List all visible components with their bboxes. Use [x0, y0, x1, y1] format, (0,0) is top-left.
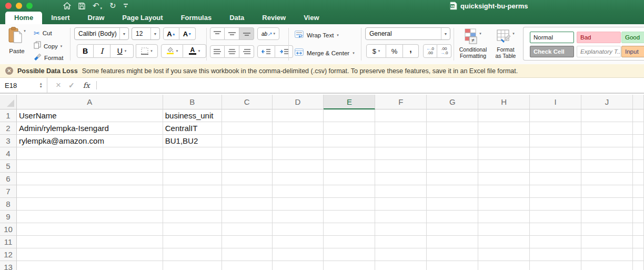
cell-F2[interactable] — [375, 122, 427, 135]
tab-home[interactable]: Home — [5, 12, 42, 24]
cell-A5[interactable] — [17, 160, 163, 173]
cell-I12[interactable] — [530, 248, 581, 261]
cell-J10[interactable] — [581, 223, 633, 236]
cell-J2[interactable] — [581, 122, 633, 135]
row-header-13[interactable]: 13 — [0, 261, 17, 270]
cell-H7[interactable] — [478, 185, 530, 198]
cell-H4[interactable] — [478, 147, 530, 160]
cell-K10[interactable] — [633, 223, 644, 236]
column-header-f[interactable]: F — [375, 95, 427, 109]
cell-B11[interactable] — [163, 236, 222, 248]
font-color-button[interactable]: A ▾ — [183, 44, 206, 58]
column-header-a[interactable]: A — [17, 95, 163, 109]
conditional-formatting-dropdown-arrow[interactable]: ▾ — [479, 32, 481, 36]
cell-I8[interactable] — [530, 198, 581, 211]
cell-I1[interactable] — [530, 109, 581, 122]
undo-button[interactable]: ↶ ▾ — [93, 0, 102, 12]
zoom-window-button[interactable] — [26, 3, 33, 9]
save-icon[interactable] — [78, 3, 85, 9]
row-header-8[interactable]: 8 — [0, 198, 17, 211]
tab-page-layout[interactable]: Page Layout — [113, 12, 172, 24]
cell-F1[interactable] — [375, 109, 427, 122]
row-header-4[interactable]: 4 — [0, 147, 17, 160]
cell-F10[interactable] — [375, 223, 427, 236]
cell-E6[interactable] — [324, 173, 375, 185]
align-bottom-button[interactable] — [239, 27, 254, 40]
font-size-dropdown-arrow[interactable]: ▼ — [150, 28, 159, 39]
cell-I13[interactable] — [530, 261, 581, 270]
cell-D13[interactable] — [273, 261, 324, 270]
tab-review[interactable]: Review — [253, 12, 295, 24]
cell-I7[interactable] — [530, 185, 581, 198]
cell-F6[interactable] — [375, 173, 427, 185]
cell-E7[interactable] — [324, 185, 375, 198]
cell-J9[interactable] — [581, 211, 633, 223]
column-header-j[interactable]: J — [581, 95, 633, 109]
align-left-button[interactable] — [210, 45, 225, 58]
cell-C1[interactable] — [222, 109, 273, 122]
column-header-i[interactable]: I — [530, 95, 581, 109]
cell-E2[interactable] — [324, 122, 375, 135]
cell-G12[interactable] — [427, 248, 478, 261]
cancel-entry-icon[interactable]: × — [56, 80, 61, 91]
cell-J8[interactable] — [581, 198, 633, 211]
cell-I5[interactable] — [530, 160, 581, 173]
cell-G11[interactable] — [427, 236, 478, 248]
cell-K11[interactable] — [633, 236, 644, 248]
cell-J3[interactable] — [581, 135, 633, 147]
cell-H13[interactable] — [478, 261, 530, 270]
cell-C12[interactable] — [222, 248, 273, 261]
cell-C8[interactable] — [222, 198, 273, 211]
paste-button[interactable]: ▾ Paste — [4, 27, 29, 62]
align-center-button[interactable] — [225, 45, 239, 58]
format-as-table-button[interactable]: ▾ Formatas Table — [490, 28, 521, 59]
fill-color-dropdown-arrow[interactable]: ▾ — [176, 49, 178, 53]
row-header-2[interactable]: 2 — [0, 122, 17, 135]
row-header-5[interactable]: 5 — [0, 160, 17, 173]
cell-K1[interactable] — [633, 109, 644, 122]
cell-D12[interactable] — [273, 248, 324, 261]
cell-G6[interactable] — [427, 173, 478, 185]
cell-F5[interactable] — [375, 160, 427, 173]
percent-format-button[interactable]: % — [386, 44, 403, 58]
number-format-dropdown-arrow[interactable]: ▼ — [441, 28, 450, 39]
merge-center-dropdown-arrow[interactable]: ▾ — [353, 51, 355, 55]
decrease-indent-button[interactable] — [257, 45, 275, 58]
cell-E1[interactable] — [324, 109, 375, 122]
cell-K13[interactable] — [633, 261, 644, 270]
cell-D2[interactable] — [273, 122, 324, 135]
cell-G2[interactable] — [427, 122, 478, 135]
cell-K5[interactable] — [633, 160, 644, 173]
tab-draw[interactable]: Draw — [79, 12, 114, 24]
cell-K3[interactable] — [633, 135, 644, 147]
column-header-b[interactable]: B — [163, 95, 222, 109]
cell-A8[interactable] — [17, 198, 163, 211]
cell-D4[interactable] — [273, 147, 324, 160]
cell-B4[interactable] — [163, 147, 222, 160]
cell-K9[interactable] — [633, 211, 644, 223]
currency-dropdown-arrow[interactable]: ▾ — [378, 49, 380, 53]
italic-button[interactable]: I — [94, 44, 110, 58]
confirm-entry-icon[interactable]: ✓ — [68, 81, 75, 89]
cell-F8[interactable] — [375, 198, 427, 211]
cell-J1[interactable] — [581, 109, 633, 122]
cell-G9[interactable] — [427, 211, 478, 223]
row-header-3[interactable]: 3 — [0, 135, 17, 147]
cell-H2[interactable] — [478, 122, 530, 135]
cell-I10[interactable] — [530, 223, 581, 236]
style-input[interactable]: Input — [621, 46, 644, 57]
cell-G8[interactable] — [427, 198, 478, 211]
undo-dropdown-arrow[interactable]: ▾ — [100, 6, 103, 12]
cell-C9[interactable] — [222, 211, 273, 223]
home-icon[interactable] — [63, 2, 71, 9]
cell-H5[interactable] — [478, 160, 530, 173]
style-good[interactable]: Good — [621, 32, 644, 43]
style-bad[interactable]: Bad — [577, 32, 621, 43]
cell-C5[interactable] — [222, 160, 273, 173]
cell-H9[interactable] — [478, 211, 530, 223]
cell-K7[interactable] — [633, 185, 644, 198]
cell-C4[interactable] — [222, 147, 273, 160]
cell-D11[interactable] — [273, 236, 324, 248]
cell-I11[interactable] — [530, 236, 581, 248]
merge-center-button[interactable]: Merge & Center ▾ — [295, 48, 355, 58]
